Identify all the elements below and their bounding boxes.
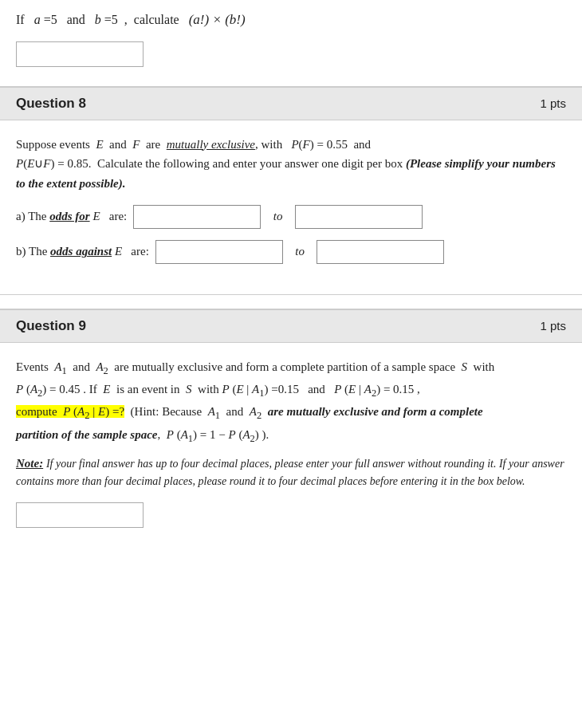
problem-header: If a =5 and b =5 , calculate (a!) × (b!) [16,10,566,30]
q8-part-b-row: b) The odds against E are: to [16,240,566,264]
q8-PEUF: P [16,157,23,170]
q9-compute-highlight: compute P (A2 | E) =? [16,405,124,418]
q9-answer-box[interactable] [16,502,144,528]
q9-note-body: If your final answer has up to four deci… [16,458,564,487]
question-9-pts: 1 pts [540,319,566,333]
q8-part-a-row: a) The odds for E are: to [16,205,566,229]
question-8-body: Suppose events E and F are mutually excl… [0,120,582,294]
q8-a-input-2[interactable] [295,205,423,229]
q9-E: E [103,383,110,395]
var-b: b [88,13,101,26]
q8-a-label: a) The odds for E are: [16,210,127,223]
q9-S: S [462,360,468,373]
question-8-title: Question 8 [16,96,86,112]
q9-note-section: Note: If your final answer has up to fou… [16,455,566,491]
q9-A2: A [96,360,103,373]
q8-b-input-1[interactable] [155,240,283,264]
question-8-header: Question 8 1 pts [0,87,582,120]
q8-mutually-exclusive: mutually exclusive [167,138,255,151]
q8-PF: P [291,138,298,151]
question-9-header: Question 9 1 pts [0,309,582,343]
q8-E: E [96,138,103,151]
q8-intro-text: Suppose events E and F are mutually excl… [16,135,566,194]
q8-please-simplify: (Please simplify your numbers to the ext… [16,157,556,190]
question-8-pts: 1 pts [540,96,566,110]
var-a: a [34,13,41,26]
eq-b: =5 , [104,13,131,26]
question-9-section: Question 9 1 pts Events A1 and A2 are mu… [0,309,582,550]
q8-a-to: to [267,210,289,223]
q9-A1: A [54,360,61,373]
top-answer-box[interactable] [16,41,144,67]
divider-2 [0,294,582,295]
top-section: If a =5 and b =5 , calculate (a!) × (b!) [0,0,582,86]
q8-a-input-1[interactable] [133,205,261,229]
q9-note-label: Note: [16,457,43,470]
question-9-title: Question 9 [16,318,86,334]
q8-F: F [132,138,140,151]
if-label: If [16,13,31,26]
calculate-label: calculate [134,13,186,26]
q8-b-input-2[interactable] [317,240,444,264]
q8-b-label: b) The odds against E are: [16,245,149,258]
expression: (a!) × (b!) [189,12,246,27]
and-label: and [67,13,85,26]
q9-main-text: Events A1 and A2 are mutually exclusive … [16,357,566,447]
question-9-body: Events A1 and A2 are mutually exclusive … [0,343,582,550]
q8-b-to: to [289,245,311,258]
question-8-section: Question 8 1 pts Suppose events E and F … [0,87,582,294]
eq-a: =5 [44,13,64,26]
